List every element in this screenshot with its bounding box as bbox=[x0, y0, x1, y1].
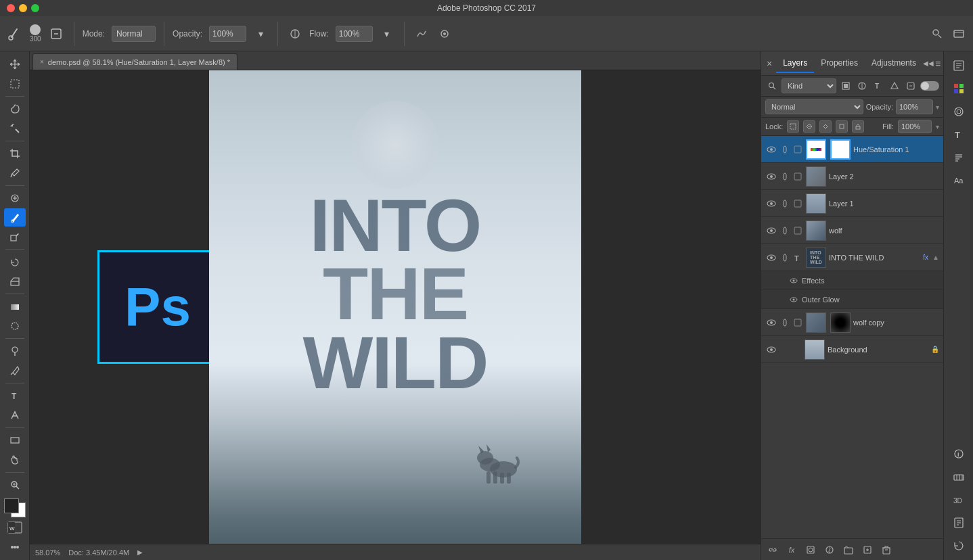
workspace-button[interactable] bbox=[950, 25, 968, 43]
mode-select[interactable]: Normal bbox=[112, 26, 156, 42]
art-history-icon[interactable] bbox=[948, 536, 970, 556]
layer-item-wolf[interactable]: wolf bbox=[761, 217, 943, 244]
quick-mask-toggle[interactable]: WB bbox=[4, 519, 26, 537]
info-icon[interactable]: i bbox=[948, 444, 970, 464]
fill-input[interactable] bbox=[898, 120, 932, 133]
effects-visibility[interactable] bbox=[788, 275, 799, 286]
brush-options-icon[interactable] bbox=[47, 24, 66, 43]
filter-adjustment-icon[interactable] bbox=[855, 79, 869, 93]
tab-adjustments[interactable]: Adjustments bbox=[865, 54, 923, 73]
new-fill-adjustment-button[interactable] bbox=[822, 542, 837, 557]
character-icon[interactable]: T bbox=[948, 124, 970, 145]
brush-presets-icon[interactable] bbox=[948, 101, 970, 122]
layer-item-background[interactable]: Background 🔒 bbox=[761, 336, 943, 363]
gradient-tool[interactable] bbox=[4, 298, 26, 316]
link-layers-button[interactable] bbox=[765, 542, 780, 557]
layer-item-layer1[interactable]: Layer 1 bbox=[761, 190, 943, 217]
lock-image-pixels[interactable] bbox=[803, 120, 815, 133]
outer-glow-visibility[interactable] bbox=[788, 294, 799, 305]
panel-collapse-icon[interactable]: ◀◀ bbox=[923, 60, 934, 67]
tab-properties[interactable]: Properties bbox=[814, 54, 865, 73]
color-swatches[interactable] bbox=[4, 498, 26, 517]
rectangle-tool[interactable] bbox=[4, 431, 26, 450]
flow-input[interactable] bbox=[336, 26, 373, 42]
eyedropper-tool[interactable] bbox=[4, 164, 26, 182]
fill-arrow[interactable]: ▾ bbox=[936, 123, 939, 131]
hand-tool[interactable] bbox=[4, 451, 26, 469]
3d-icon[interactable]: 3D bbox=[948, 490, 970, 510]
layer-visibility-text[interactable] bbox=[765, 252, 777, 264]
lasso-tool[interactable] bbox=[4, 100, 26, 118]
spot-healing-tool[interactable] bbox=[4, 189, 26, 208]
filter-pixel-icon[interactable] bbox=[839, 79, 853, 93]
layer-item-huesat1[interactable]: Hue/Saturation 1 bbox=[761, 136, 943, 163]
move-tool[interactable] bbox=[4, 55, 26, 74]
clone-stamp-tool[interactable] bbox=[4, 228, 26, 246]
layer-visibility-wolfcopy[interactable] bbox=[765, 317, 777, 329]
new-layer-button[interactable] bbox=[860, 542, 875, 557]
blend-mode-select[interactable]: Normal bbox=[765, 99, 863, 114]
path-selection-tool[interactable] bbox=[4, 406, 26, 425]
notes-icon[interactable] bbox=[948, 513, 970, 533]
layer-visibility-background[interactable] bbox=[765, 344, 777, 356]
filter-shape-icon[interactable] bbox=[888, 79, 901, 93]
layer-visibility-wolf[interactable] bbox=[765, 225, 777, 237]
delete-layer-button[interactable] bbox=[879, 542, 894, 557]
marquee-tool[interactable] bbox=[4, 75, 26, 93]
layer-item-layer2[interactable]: Layer 2 bbox=[761, 163, 943, 190]
layer-visibility-layer2[interactable] bbox=[765, 170, 777, 183]
filter-smart-icon[interactable] bbox=[904, 79, 918, 93]
swatches-icon[interactable] bbox=[948, 78, 970, 99]
magic-wand-tool[interactable] bbox=[4, 119, 26, 137]
zoom-tool[interactable] bbox=[4, 476, 26, 494]
lock-position[interactable] bbox=[819, 120, 832, 133]
brush-tool[interactable] bbox=[4, 208, 26, 227]
timeline-icon[interactable] bbox=[948, 467, 970, 487]
pressure-button[interactable] bbox=[436, 25, 453, 43]
layer-item-wolfcopy[interactable]: wolf copy bbox=[761, 309, 943, 336]
opacity-input[interactable] bbox=[209, 26, 246, 42]
glyphs-icon[interactable]: Aa bbox=[948, 170, 970, 191]
new-group-button[interactable] bbox=[841, 542, 856, 557]
document-tab[interactable]: × demo.psd @ 58.1% (Hue/Saturation 1, La… bbox=[32, 53, 237, 70]
smoothing-button[interactable] bbox=[413, 25, 430, 43]
lock-artboards[interactable] bbox=[836, 120, 848, 133]
paragraph-icon[interactable] bbox=[948, 147, 970, 168]
history-brush-tool[interactable] bbox=[4, 253, 26, 271]
dodge-tool[interactable] bbox=[4, 342, 26, 360]
outer-glow-item[interactable]: Outer Glow bbox=[761, 290, 943, 309]
add-layer-style-button[interactable]: fx bbox=[784, 542, 799, 557]
type-tool[interactable]: T bbox=[4, 387, 26, 405]
airbrush-toggle[interactable] bbox=[286, 25, 304, 43]
opacity-arrow[interactable]: ▾ bbox=[936, 103, 939, 111]
tab-close-icon[interactable]: × bbox=[40, 58, 44, 66]
filter-toggle[interactable] bbox=[920, 81, 939, 91]
layer-visibility-huesat1[interactable] bbox=[765, 143, 777, 156]
canvas-scroll[interactable]: Ps INTO THE WILD bbox=[30, 70, 761, 544]
lock-all[interactable] bbox=[852, 120, 864, 133]
blur-tool[interactable] bbox=[4, 317, 26, 335]
opacity-options-button[interactable]: ▾ bbox=[252, 25, 269, 43]
pen-tool[interactable] bbox=[4, 362, 26, 380]
crop-tool[interactable] bbox=[4, 145, 26, 163]
tab-layers[interactable]: Layers bbox=[776, 54, 814, 73]
filter-type-icon[interactable]: T bbox=[872, 79, 885, 93]
filter-kind-select[interactable]: Kind bbox=[782, 78, 836, 93]
search-button[interactable] bbox=[928, 25, 946, 43]
flow-options-button[interactable]: ▾ bbox=[378, 25, 396, 43]
scroll-arrow-right[interactable]: ▶ bbox=[137, 549, 143, 556]
layer-item-text[interactable]: T INTOTHEWILD INTO THE WILD fx ▲ bbox=[761, 244, 943, 271]
opacity-row-input[interactable] bbox=[896, 99, 933, 114]
add-layer-mask-button[interactable] bbox=[803, 542, 818, 557]
lock-transparent-pixels[interactable] bbox=[787, 120, 799, 133]
close-button[interactable] bbox=[7, 4, 15, 12]
extra-tools[interactable] bbox=[4, 538, 26, 556]
panel-menu-icon[interactable]: ≡ bbox=[935, 58, 941, 69]
eraser-tool[interactable] bbox=[4, 273, 26, 291]
minimize-button[interactable] bbox=[19, 4, 27, 12]
panel-close-icon[interactable]: × bbox=[767, 58, 772, 69]
layer-visibility-layer1[interactable] bbox=[765, 197, 777, 210]
maximize-button[interactable] bbox=[31, 4, 39, 12]
history-icon[interactable] bbox=[948, 55, 970, 76]
effects-item[interactable]: Effects bbox=[761, 271, 943, 290]
